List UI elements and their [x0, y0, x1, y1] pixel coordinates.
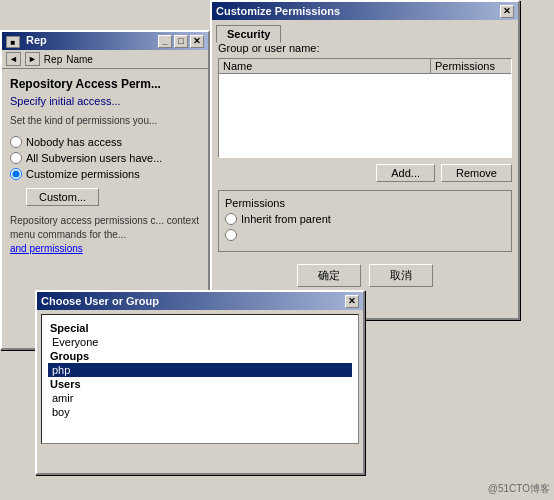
watermark: @51CTO博客 — [488, 482, 550, 496]
nav-forward[interactable]: ► — [25, 52, 40, 66]
boy-user-item[interactable]: boy — [48, 405, 352, 419]
repo-content: Repository Access Perm... Specify initia… — [2, 69, 208, 264]
permissions-column-header: Permissions — [431, 59, 511, 73]
radio-group: Nobody has access All Subversion users h… — [10, 136, 200, 180]
name-column-header: Name — [219, 59, 431, 73]
repo-window-title: ■ Rep — [6, 34, 47, 47]
radio-customize-label: Customize permissions — [26, 168, 140, 180]
radio-allsvn: All Subversion users have... — [10, 152, 200, 164]
users-section-header: Users — [48, 377, 352, 391]
name-label: Name — [66, 54, 93, 65]
amir-user-item[interactable]: amir — [48, 391, 352, 405]
security-tab[interactable]: Security — [216, 25, 281, 43]
custom-button[interactable]: Custom... — [26, 188, 99, 206]
radio-customize-input[interactable] — [10, 168, 22, 180]
inherit-label: Inherit from parent — [241, 213, 331, 225]
repo-nav: ◄ ► Rep Name — [2, 50, 208, 69]
choose-user-group-window: Choose User or Group ✕ Special Everyone … — [35, 290, 365, 475]
add-button[interactable]: Add... — [376, 164, 435, 182]
title-bar-buttons: _ □ ✕ — [158, 35, 204, 48]
choose-window-title: Choose User or Group — [41, 295, 159, 307]
groups-section-header: Groups — [48, 349, 352, 363]
radio-nobody-label: Nobody has access — [26, 136, 122, 148]
permissions-section: Permissions Inherit from parent — [218, 190, 512, 252]
close-button[interactable]: ✕ — [190, 35, 204, 48]
radio-customize: Customize permissions — [10, 168, 200, 180]
custom-perm-radio-input[interactable] — [225, 229, 237, 241]
inherit-radio: Inherit from parent — [225, 213, 505, 225]
customize-window-title: Customize Permissions — [216, 5, 340, 17]
permissions-section-title: Permissions — [225, 197, 505, 209]
repo-subtitle: Specify initial access... — [10, 95, 200, 107]
choose-content[interactable]: Special Everyone Groups php Users amir b… — [41, 314, 359, 444]
customize-permissions-window: Customize Permissions ✕ Security Group o… — [210, 0, 520, 320]
radio-nobody-input[interactable] — [10, 136, 22, 148]
php-group-item[interactable]: php — [48, 363, 352, 377]
radio-nobody: Nobody has access — [10, 136, 200, 148]
bottom-btn-row: 确定 取消 — [218, 260, 512, 291]
nav-back[interactable]: ◄ — [6, 52, 21, 66]
nav-label: Rep — [44, 54, 62, 65]
custom-perm-radio — [225, 229, 505, 241]
permissions-link[interactable]: and permissions — [10, 243, 83, 254]
repo-desc: Set the kind of permissions you... — [10, 115, 200, 126]
user-list-box: Name Permissions — [218, 58, 512, 158]
repo-section-title: Repository Access Perm... — [10, 77, 200, 91]
minimize-button[interactable]: _ — [158, 35, 172, 48]
customize-title-bar: Customize Permissions ✕ — [212, 2, 518, 20]
cancel-button[interactable]: 取消 — [369, 264, 433, 287]
group-label: Group or user name: — [218, 42, 512, 54]
confirm-button[interactable]: 确定 — [297, 264, 361, 287]
radio-allsvn-input[interactable] — [10, 152, 22, 164]
customize-title-buttons: ✕ — [500, 5, 514, 18]
tab-bar: Security — [212, 20, 518, 42]
repo-title-bar: ■ Rep _ □ ✕ — [2, 32, 208, 50]
maximize-button[interactable]: □ — [174, 35, 188, 48]
repo-footer: Repository access permissions c... conte… — [10, 214, 200, 256]
add-remove-row: Add... Remove — [218, 164, 512, 182]
remove-button[interactable]: Remove — [441, 164, 512, 182]
customize-padded: Group or user name: Name Permissions Add… — [212, 42, 518, 318]
special-section-header: Special — [48, 321, 352, 335]
customize-content: Group or user name: Name Permissions Add… — [212, 42, 518, 318]
choose-title-bar: Choose User or Group ✕ — [37, 292, 363, 310]
choose-close-button[interactable]: ✕ — [345, 295, 359, 308]
list-header: Name Permissions — [219, 59, 511, 74]
customize-close-button[interactable]: ✕ — [500, 5, 514, 18]
inherit-radio-input[interactable] — [225, 213, 237, 225]
everyone-item[interactable]: Everyone — [48, 335, 352, 349]
radio-allsvn-label: All Subversion users have... — [26, 152, 162, 164]
repo-icon: ■ — [6, 36, 20, 48]
